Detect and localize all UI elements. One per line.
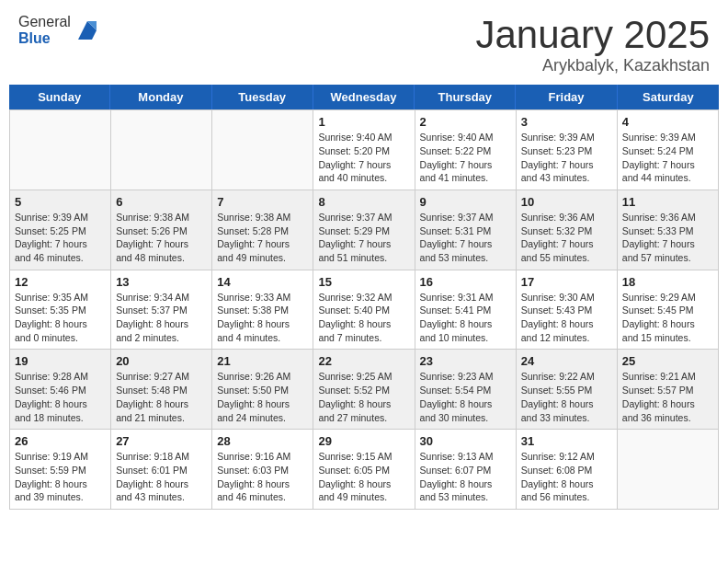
title-block: January 2025 Arykbalyk, Kazakhstan — [475, 14, 710, 75]
day-info: Sunrise: 9:18 AM Sunset: 6:01 PM Dayligh… — [116, 450, 207, 504]
cal-day-4: 4Sunrise: 9:39 AM Sunset: 5:24 PM Daylig… — [618, 110, 719, 190]
day-number: 30 — [420, 434, 511, 448]
cal-day-20: 20Sunrise: 9:27 AM Sunset: 5:48 PM Dayli… — [111, 350, 212, 430]
day-info: Sunrise: 9:35 AM Sunset: 5:35 PM Dayligh… — [15, 291, 106, 345]
day-number: 5 — [15, 195, 106, 209]
day-number: 7 — [217, 195, 308, 209]
day-info: Sunrise: 9:40 AM Sunset: 5:20 PM Dayligh… — [318, 131, 409, 185]
day-number: 3 — [521, 115, 612, 129]
logo-text: General Blue — [18, 14, 71, 47]
day-info: Sunrise: 9:39 AM Sunset: 5:24 PM Dayligh… — [622, 131, 713, 185]
main-title: January 2025 — [475, 14, 710, 56]
day-info: Sunrise: 9:16 AM Sunset: 6:03 PM Dayligh… — [217, 450, 308, 504]
day-number: 24 — [521, 354, 612, 368]
day-info: Sunrise: 9:31 AM Sunset: 5:41 PM Dayligh… — [420, 291, 511, 345]
day-info: Sunrise: 9:37 AM Sunset: 5:31 PM Dayligh… — [420, 211, 511, 265]
cal-day-27: 27Sunrise: 9:18 AM Sunset: 6:01 PM Dayli… — [111, 430, 212, 510]
calendar: SundayMondayTuesdayWednesdayThursdayFrid… — [9, 85, 719, 510]
day-number: 13 — [116, 275, 207, 289]
day-number: 23 — [420, 354, 511, 368]
calendar-body: 1Sunrise: 9:40 AM Sunset: 5:20 PM Daylig… — [9, 109, 719, 510]
cal-day-9: 9Sunrise: 9:37 AM Sunset: 5:31 PM Daylig… — [415, 190, 517, 270]
day-number: 31 — [521, 434, 612, 448]
day-info: Sunrise: 9:26 AM Sunset: 5:50 PM Dayligh… — [217, 370, 308, 424]
day-number: 20 — [116, 354, 207, 368]
cal-day-7: 7Sunrise: 9:38 AM Sunset: 5:28 PM Daylig… — [212, 190, 313, 270]
header-day-friday: Friday — [516, 85, 617, 109]
day-info: Sunrise: 9:13 AM Sunset: 6:07 PM Dayligh… — [420, 450, 511, 504]
logo-general: General — [18, 14, 71, 29]
day-number: 16 — [420, 275, 511, 289]
day-info: Sunrise: 9:27 AM Sunset: 5:48 PM Dayligh… — [116, 370, 207, 424]
day-info: Sunrise: 9:30 AM Sunset: 5:43 PM Dayligh… — [521, 291, 612, 345]
cal-day-11: 11Sunrise: 9:36 AM Sunset: 5:33 PM Dayli… — [618, 190, 719, 270]
day-number: 4 — [622, 115, 713, 129]
day-info: Sunrise: 9:15 AM Sunset: 6:05 PM Dayligh… — [318, 450, 409, 504]
cal-day-3: 3Sunrise: 9:39 AM Sunset: 5:23 PM Daylig… — [517, 110, 618, 190]
day-info: Sunrise: 9:33 AM Sunset: 5:38 PM Dayligh… — [217, 291, 308, 345]
cal-day-29: 29Sunrise: 9:15 AM Sunset: 6:05 PM Dayli… — [313, 430, 415, 510]
day-number: 18 — [622, 275, 713, 289]
day-info: Sunrise: 9:36 AM Sunset: 5:33 PM Dayligh… — [622, 211, 713, 265]
subtitle: Arykbalyk, Kazakhstan — [475, 56, 710, 75]
day-number: 19 — [15, 354, 106, 368]
day-info: Sunrise: 9:38 AM Sunset: 5:26 PM Dayligh… — [116, 211, 207, 265]
cal-day-28: 28Sunrise: 9:16 AM Sunset: 6:03 PM Dayli… — [212, 430, 313, 510]
cal-day-23: 23Sunrise: 9:23 AM Sunset: 5:54 PM Dayli… — [415, 350, 517, 430]
cal-day-17: 17Sunrise: 9:30 AM Sunset: 5:43 PM Dayli… — [517, 270, 618, 350]
header-day-saturday: Saturday — [618, 85, 719, 109]
cal-day-22: 22Sunrise: 9:25 AM Sunset: 5:52 PM Dayli… — [313, 350, 415, 430]
cal-day-19: 19Sunrise: 9:28 AM Sunset: 5:46 PM Dayli… — [10, 350, 111, 430]
day-number: 29 — [318, 434, 409, 448]
day-info: Sunrise: 9:36 AM Sunset: 5:32 PM Dayligh… — [521, 211, 612, 265]
day-number: 1 — [318, 115, 409, 129]
day-info: Sunrise: 9:32 AM Sunset: 5:40 PM Dayligh… — [318, 291, 409, 345]
cal-day-24: 24Sunrise: 9:22 AM Sunset: 5:55 PM Dayli… — [517, 350, 618, 430]
day-number: 25 — [622, 354, 713, 368]
cal-day-26: 26Sunrise: 9:19 AM Sunset: 5:59 PM Dayli… — [10, 430, 111, 510]
calendar-header: SundayMondayTuesdayWednesdayThursdayFrid… — [9, 85, 719, 109]
day-number: 21 — [217, 354, 308, 368]
header-day-sunday: Sunday — [9, 85, 110, 109]
day-info: Sunrise: 9:21 AM Sunset: 5:57 PM Dayligh… — [622, 370, 713, 424]
day-info: Sunrise: 9:34 AM Sunset: 5:37 PM Dayligh… — [116, 291, 207, 345]
cal-day-31: 31Sunrise: 9:12 AM Sunset: 6:08 PM Dayli… — [517, 430, 618, 510]
day-number: 28 — [217, 434, 308, 448]
logo: General Blue — [18, 14, 101, 47]
day-info: Sunrise: 9:39 AM Sunset: 5:25 PM Dayligh… — [15, 211, 106, 265]
cal-day-8: 8Sunrise: 9:37 AM Sunset: 5:29 PM Daylig… — [313, 190, 415, 270]
cal-day-13: 13Sunrise: 9:34 AM Sunset: 5:37 PM Dayli… — [111, 270, 212, 350]
day-info: Sunrise: 9:40 AM Sunset: 5:22 PM Dayligh… — [420, 131, 511, 185]
day-number: 26 — [15, 434, 106, 448]
cal-day-2: 2Sunrise: 9:40 AM Sunset: 5:22 PM Daylig… — [415, 110, 517, 190]
cal-empty — [618, 430, 719, 510]
day-number: 17 — [521, 275, 612, 289]
cal-day-18: 18Sunrise: 9:29 AM Sunset: 5:45 PM Dayli… — [618, 270, 719, 350]
day-info: Sunrise: 9:25 AM Sunset: 5:52 PM Dayligh… — [318, 370, 409, 424]
day-info: Sunrise: 9:23 AM Sunset: 5:54 PM Dayligh… — [420, 370, 511, 424]
header-day-thursday: Thursday — [415, 85, 516, 109]
cal-day-5: 5Sunrise: 9:39 AM Sunset: 5:25 PM Daylig… — [10, 190, 111, 270]
day-info: Sunrise: 9:12 AM Sunset: 6:08 PM Dayligh… — [521, 450, 612, 504]
day-number: 2 — [420, 115, 511, 129]
day-info: Sunrise: 9:28 AM Sunset: 5:46 PM Dayligh… — [15, 370, 106, 424]
cal-empty — [10, 110, 111, 190]
day-info: Sunrise: 9:38 AM Sunset: 5:28 PM Dayligh… — [217, 211, 308, 265]
cal-empty — [212, 110, 313, 190]
day-info: Sunrise: 9:29 AM Sunset: 5:45 PM Dayligh… — [622, 291, 713, 345]
header-day-tuesday: Tuesday — [212, 85, 313, 109]
cal-day-15: 15Sunrise: 9:32 AM Sunset: 5:40 PM Dayli… — [313, 270, 415, 350]
header-day-monday: Monday — [110, 85, 211, 109]
cal-day-1: 1Sunrise: 9:40 AM Sunset: 5:20 PM Daylig… — [313, 110, 415, 190]
cal-day-12: 12Sunrise: 9:35 AM Sunset: 5:35 PM Dayli… — [10, 270, 111, 350]
day-info: Sunrise: 9:22 AM Sunset: 5:55 PM Dayligh… — [521, 370, 612, 424]
day-number: 9 — [420, 195, 511, 209]
page-header: General Blue January 2025 Arykbalyk, Kaz… — [0, 0, 728, 85]
day-number: 11 — [622, 195, 713, 209]
day-number: 27 — [116, 434, 207, 448]
logo-blue: Blue — [18, 30, 51, 46]
cal-day-14: 14Sunrise: 9:33 AM Sunset: 5:38 PM Dayli… — [212, 270, 313, 350]
day-info: Sunrise: 9:37 AM Sunset: 5:29 PM Dayligh… — [318, 211, 409, 265]
day-number: 12 — [15, 275, 106, 289]
cal-day-16: 16Sunrise: 9:31 AM Sunset: 5:41 PM Dayli… — [415, 270, 517, 350]
